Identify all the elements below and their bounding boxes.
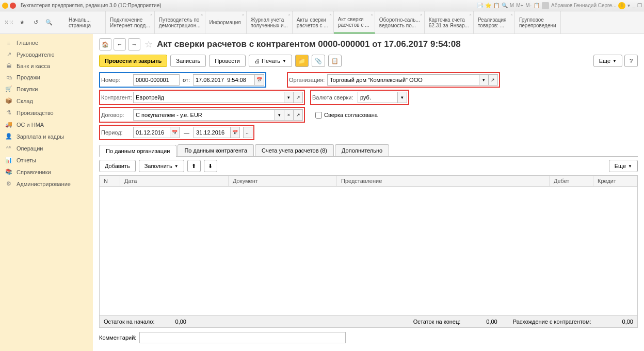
date-input[interactable] — [193, 74, 255, 86]
calendar-icon[interactable]: 📅 — [170, 127, 180, 138]
toolbar-icon[interactable]: 🔍 — [502, 3, 508, 8]
open-icon[interactable]: ↗ — [294, 92, 303, 103]
period-to-input[interactable] — [194, 127, 231, 138]
minimize-icon[interactable]: _ — [632, 3, 635, 8]
col-credit[interactable]: Кредит — [593, 176, 637, 186]
period-select-button[interactable]: ... — [243, 127, 252, 138]
toolbar-icon[interactable]: M — [510, 3, 514, 8]
toolbar-icon[interactable]: M+ — [516, 3, 523, 8]
toolbar-icon[interactable]: 📋 — [493, 3, 500, 8]
calendar-icon[interactable]: 📅 — [231, 127, 240, 138]
menu-icon: ≡ — [5, 40, 12, 46]
tab[interactable]: ×Карточка счета62.31 за Январ... — [425, 11, 474, 34]
tab[interactable]: ×Информация — [205, 11, 247, 34]
col-repr[interactable]: Представление — [337, 176, 550, 186]
apps-icon[interactable]: ⁙⁙ — [4, 18, 13, 27]
sidebar-item-operations[interactable]: ᴬᴷОперации — [0, 142, 93, 154]
toolbar-icon[interactable]: 📋 — [534, 3, 540, 8]
post-button[interactable]: Провести — [209, 55, 246, 67]
sidebar-item-manager[interactable]: ↗Руководителю — [0, 48, 93, 60]
attach-button[interactable]: 📎 — [312, 55, 325, 67]
tab-partner-data[interactable]: По данным контрагента — [178, 144, 254, 156]
tab[interactable]: ×Акты сверкирасчетов с ... — [293, 11, 334, 34]
tab-org-data[interactable]: По данным организации — [99, 145, 176, 157]
folder-button[interactable]: 📁 — [295, 55, 309, 67]
diff-label: Расхождение с контрагентом: — [513, 319, 591, 325]
sidebar-item-purchases[interactable]: 🛒Покупки — [0, 83, 93, 95]
toolbar-icon[interactable]: M- — [525, 3, 532, 8]
avatar[interactable] — [542, 2, 549, 9]
contract-input[interactable] — [133, 109, 275, 121]
user-name[interactable]: Абрамов Геннадий Серге... — [551, 3, 616, 8]
period-from-input[interactable] — [133, 127, 170, 138]
print-button[interactable]: 🖨 Печать▼ — [249, 55, 292, 67]
calendar-icon[interactable]: 📅 — [255, 74, 264, 86]
sidebar-item-admin[interactable]: ⚙Администрирование — [0, 178, 93, 190]
tab[interactable]: Началь...страница — [65, 11, 106, 34]
sidebar-item-production[interactable]: ⚗Производство — [0, 107, 93, 119]
col-n[interactable]: N — [100, 176, 120, 186]
sidebar-item-salary[interactable]: 👤Зарплата и кадры — [0, 130, 93, 142]
home-button[interactable]: 🏠 — [99, 38, 111, 51]
open-icon[interactable]: ↗ — [294, 109, 303, 121]
fill-button[interactable]: Заполнить▼ — [139, 160, 184, 172]
col-debit[interactable]: Дебет — [550, 176, 593, 186]
col-date[interactable]: Дата — [120, 176, 229, 186]
grid-body[interactable] — [100, 187, 637, 315]
clear-icon[interactable]: × — [284, 109, 294, 121]
tab[interactable]: Групповоеперепроведени — [515, 11, 561, 34]
star-icon[interactable]: ★ — [18, 18, 27, 27]
help-button[interactable]: ? — [624, 55, 638, 67]
sidebar-item-refs[interactable]: 📚Справочники — [0, 166, 93, 178]
back-button[interactable]: ← — [114, 38, 126, 51]
toolbar-icon[interactable]: 📑 — [477, 3, 483, 8]
history-icon[interactable]: ↺ — [31, 18, 40, 27]
agreed-checkbox[interactable] — [315, 112, 322, 119]
tab-additional[interactable]: Дополнительно — [335, 144, 389, 156]
number-input[interactable] — [133, 74, 180, 86]
sidebar-item-reports[interactable]: 📊Отчеты — [0, 154, 93, 166]
more-button[interactable]: Еще▼ — [609, 160, 638, 172]
sidebar-item-assets[interactable]: 🚚ОС и НМА — [0, 119, 93, 130]
dropdown-icon[interactable]: ▾ — [627, 3, 630, 8]
operations-icon: ᴬᴷ — [5, 145, 12, 152]
tab[interactable]: ×Оборотно-саль...ведомость по... — [375, 11, 425, 34]
printer-icon: 🖨 — [254, 58, 260, 64]
tab[interactable]: ×Реализациятоваров: ... — [474, 11, 515, 34]
dropdown-icon[interactable]: ▾ — [479, 74, 489, 86]
comment-input[interactable] — [139, 332, 346, 343]
favorite-icon[interactable]: ☆ — [144, 39, 153, 50]
tab[interactable]: ×Журнал учетаполученных и... — [247, 11, 293, 34]
partner-input[interactable] — [133, 92, 284, 103]
sidebar-item-warehouse[interactable]: 📦Склад — [0, 95, 93, 107]
dropdown-icon[interactable]: ▾ — [275, 109, 284, 121]
org-input[interactable] — [327, 74, 479, 86]
sidebar-item-main[interactable]: ≡Главное — [0, 37, 93, 48]
add-button[interactable]: Добавить — [99, 160, 136, 172]
more-button[interactable]: Еще▼ — [593, 55, 622, 67]
info-icon[interactable]: i — [618, 2, 625, 9]
forward-button[interactable]: → — [128, 38, 140, 51]
maximize-icon[interactable]: ❐ — [637, 3, 642, 8]
dropdown-icon[interactable]: ▾ — [284, 92, 294, 103]
post-close-button[interactable]: Провести и закрыть — [99, 55, 167, 67]
move-down-button[interactable]: ⬇ — [204, 160, 217, 172]
col-doc[interactable]: Документ — [229, 176, 337, 186]
sidebar-item-bank[interactable]: 🏛Банк и касса — [0, 60, 93, 72]
currency-input[interactable] — [358, 92, 398, 103]
copy-button[interactable]: 📋 — [328, 55, 342, 67]
move-up-button[interactable]: ⬆ — [187, 160, 201, 172]
sidebar-item-sales[interactable]: 🛍Продажи — [0, 72, 93, 83]
window-control-icon[interactable] — [2, 3, 8, 9]
dropdown-icon[interactable]: ▾ — [398, 92, 407, 103]
tab[interactable]: ×Путеводитель подемонстрацион... — [155, 11, 205, 34]
toolbar-icon[interactable]: ⭐ — [485, 3, 491, 8]
window-control-icon[interactable] — [10, 3, 16, 9]
open-icon[interactable]: ↗ — [489, 74, 498, 86]
save-button[interactable]: Записать — [170, 55, 206, 67]
tab-accounts[interactable]: Счета учета расчетов (8) — [255, 144, 334, 156]
tab[interactable]: ×ПодключениеИнтернет-подд... — [106, 11, 155, 34]
tab-active[interactable]: ×Акт сверкирасчетов с ... — [334, 11, 375, 34]
box-icon: 📦 — [5, 97, 12, 104]
search-icon[interactable]: 🔍 — [44, 18, 54, 27]
